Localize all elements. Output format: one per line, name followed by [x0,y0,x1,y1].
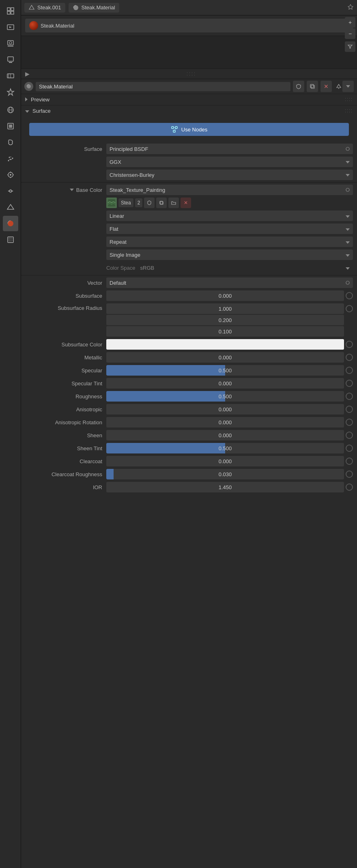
subsurface-socket[interactable] [346,292,353,299]
clearcoat-socket[interactable] [346,458,353,465]
surface-section-header[interactable]: Surface ⁚⁚⁚⁚ [21,105,357,116]
sidebar-icon-objectdata[interactable] [3,200,18,215]
specular-tint-field[interactable]: 0.000 [106,378,344,389]
clearcoat-row: Clearcoat 0.000 [21,455,357,468]
subsurface-color-field[interactable] [106,339,344,350]
sidebar-icon-modifier[interactable] [3,135,18,150]
tab-steak-material[interactable]: Steak.Material [69,3,119,13]
texture-name-field[interactable]: Stea [118,198,133,207]
clearcoat-roughness-row: Clearcoat Roughness 0.030 [21,468,357,481]
preview-area [21,36,357,69]
zoom-out-btn[interactable]: − [345,28,355,39]
flat-dropdown[interactable]: Flat [106,223,353,234]
surface-section-dots: ⁚⁚⁚⁚ [345,109,353,113]
linear-dropdown[interactable]: Linear [106,211,353,221]
texture-copy-btn[interactable] [156,198,167,208]
svg-rect-27 [311,85,314,88]
base-color-texture-dropdown[interactable]: Steak_Texture_Painting [106,185,353,195]
sidebar-icon-scene[interactable] [3,19,18,35]
metallic-field[interactable]: 0.000 [106,352,344,363]
clearcoat-label: Clearcoat [25,458,106,464]
material-type-dropdown[interactable] [24,82,33,91]
flat-row: Flat [21,222,357,235]
clearcoat-roughness-socket[interactable] [346,471,353,478]
surface-arrow-icon [25,109,29,114]
roughness-socket[interactable] [346,393,353,400]
specular-socket[interactable] [346,367,353,374]
material-name-input[interactable] [36,82,290,91]
repeat-dropdown[interactable]: Repeat [106,236,353,247]
texture-shield-btn[interactable] [144,198,155,208]
sidebar-icon-physics[interactable] [3,167,18,183]
play-btn[interactable]: ▶ [25,71,30,77]
subsurface-field[interactable]: 0.000 [106,290,344,301]
metallic-socket[interactable] [346,354,353,361]
subsurface-radius-z[interactable]: 0.100 [106,326,344,337]
ior-field[interactable]: 1.450 [106,482,344,492]
sidebar-icon-world[interactable] [3,102,18,118]
texture-preview-icon [106,198,117,208]
material-header: Steak.Material [21,15,357,36]
color-space-dropdown[interactable]: sRGB [137,262,353,273]
clearcoat-field[interactable]: 0.000 [106,456,344,466]
subsurface-method-dropdown[interactable]: Christensen-Burley [106,170,353,180]
anisotropic-rotation-label: Anisotropic Rotation [25,419,106,425]
vector-dropdown[interactable]: Default [106,277,353,288]
sidebar-icon-object[interactable] [3,118,18,134]
sidebar-icon-render[interactable] [3,36,18,51]
anisotropic-rotation-field[interactable]: 0.000 [106,417,344,428]
color-space-arrow [346,265,350,271]
filter-down-btn[interactable] [342,81,354,92]
sheen-socket[interactable] [346,432,353,439]
preview-section-header[interactable]: Preview ⁚⁚⁚⁚ [21,94,357,105]
single-image-row: Single Image [21,248,357,261]
roughness-field[interactable]: 0.500 [106,391,344,402]
material-name-row: Steak.Material [25,19,353,32]
tab-steak-mesh[interactable]: Steak.001 [24,3,65,13]
texture-num-field[interactable]: 2 [135,198,143,207]
distribution-row: GGX [21,155,357,168]
single-image-dropdown[interactable]: Single Image [106,249,353,260]
shield-btn[interactable] [293,81,304,92]
surface-shader-label: Surface [25,146,106,152]
metallic-label: Metallic [25,355,106,361]
texture-unlink-btn[interactable]: ✕ [181,198,191,208]
sidebar-icon-constraints[interactable] [3,183,18,199]
ior-socket[interactable] [346,483,353,491]
base-color-row: Base Color Steak_Texture_Painting [21,183,357,196]
anisotropic-socket[interactable] [346,406,353,413]
specular-value: 0.500 [106,367,344,374]
sidebar-icon-material[interactable] [3,216,18,231]
subsurface-radius-fields: 1.000 0.200 0.100 [106,303,344,337]
sheen-tint-socket[interactable] [346,445,353,452]
sidebar-icon-scene-props[interactable] [3,84,18,100]
filter-btn[interactable] [345,41,355,52]
pin-icon[interactable] [347,4,354,12]
zoom-in-btn[interactable]: + [345,17,355,28]
unlink-btn[interactable]: ✕ [320,81,332,92]
sidebar-icon-texture[interactable] [3,232,18,247]
clearcoat-roughness-field[interactable]: 0.030 [106,469,344,479]
specular-tint-socket[interactable] [346,380,353,387]
distribution-dropdown[interactable]: GGX [106,157,353,167]
sidebar-icon-particles[interactable] [3,151,18,166]
color-space-label: Color Space [106,265,135,271]
sidebar-icon-layout[interactable] [3,3,18,19]
subsurface-radius-socket[interactable] [346,305,353,312]
use-nodes-button[interactable]: Use Nodes [29,123,349,136]
subsurface-color-socket[interactable] [346,341,353,348]
subsurface-radius-x[interactable]: 1.000 [106,303,344,314]
subsurface-radius-y[interactable]: 0.200 [106,315,344,325]
copy-btn[interactable] [307,81,318,92]
sidebar-icon-viewlayer[interactable] [3,68,18,84]
svg-point-6 [9,42,12,44]
anisotropic-rotation-socket[interactable] [346,419,353,426]
specular-field[interactable]: 0.500 [106,365,344,376]
sidebar-icon-output[interactable] [3,52,18,67]
anisotropic-field[interactable]: 0.000 [106,404,344,415]
texture-folder-btn[interactable] [168,198,179,208]
sheen-tint-field[interactable]: 0.500 [106,443,344,453]
surface-shader-dropdown[interactable]: Principled BSDF [106,144,353,154]
sheen-field[interactable]: 0.000 [106,430,344,440]
sidebar [0,0,21,868]
